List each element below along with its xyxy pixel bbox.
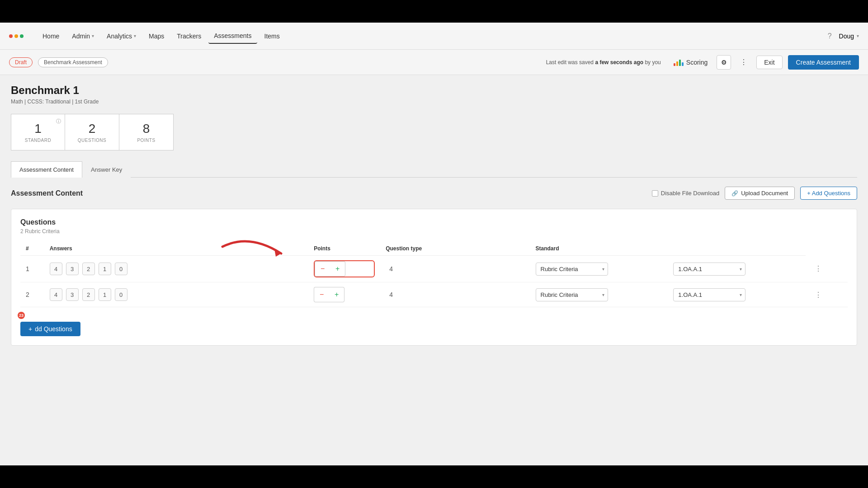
settings-button[interactable]: ⚙ — [717, 55, 731, 70]
assessment-meta: Math | CCSS: Traditional | 1st Grade — [11, 99, 857, 105]
row2-chip-0: 0 — [115, 288, 127, 301]
tab-answer-key[interactable]: Answer Key — [82, 161, 131, 178]
row1-chip-2: 2 — [82, 263, 95, 275]
th-spacer — [209, 242, 308, 256]
row2-num: 2 — [20, 282, 44, 307]
stat-points: 8 POINTS — [119, 114, 174, 150]
row2-answers: 4 3 2 1 0 — [44, 282, 209, 307]
create-assessment-button[interactable]: Create Assessment — [788, 55, 859, 70]
stat-points-value: 8 — [143, 122, 150, 136]
row1-chip-1: 1 — [99, 263, 111, 275]
tab-assessment-content[interactable]: Assessment Content — [11, 161, 82, 178]
row1-chip-4: 4 — [50, 263, 62, 275]
row1-type-dropdown-wrapper: Rubric Criteria ▾ — [536, 263, 608, 276]
add-questions-button-top[interactable]: + Add Questions — [800, 187, 857, 200]
row1-decrease-button[interactable]: − — [315, 261, 330, 277]
row2-chip-3: 3 — [66, 288, 79, 301]
user-chevron-icon: ▾ — [857, 33, 859, 38]
row1-num: 1 — [20, 256, 44, 282]
row2-standard-dropdown[interactable]: 1.OA.A.1 — [673, 288, 745, 301]
content-header: Assessment Content Disable File Download… — [11, 187, 857, 200]
scoring-button[interactable]: Scoring — [670, 56, 711, 69]
row2-more: ⋮ — [806, 282, 848, 307]
nav-home[interactable]: Home — [37, 29, 65, 43]
row2-chip-1: 1 — [99, 288, 111, 301]
row2-standard: 1.OA.A.1 ▾ — [668, 282, 806, 307]
row2-stepper-cell: − + — [308, 282, 380, 307]
help-icon[interactable]: ? — [828, 32, 832, 40]
toolbar-right: Last edit was saved a few seconds ago by… — [546, 55, 859, 70]
questions-table: # Answers Points Question type Standard … — [20, 242, 848, 307]
row2-type-dropdown-wrapper: Rubric Criteria ▾ — [536, 288, 608, 301]
questions-subtitle: 2 Rubric Criteria — [20, 228, 848, 235]
main-content: Benchmark 1 Math | CCSS: Traditional | 1… — [0, 75, 868, 465]
scoring-icon — [674, 59, 684, 66]
bottom-bar — [0, 465, 868, 488]
add-questions-button-bottom[interactable]: + dd Questions — [20, 322, 80, 336]
nav-maps[interactable]: Maps — [143, 29, 170, 43]
scoring-label: Scoring — [686, 59, 708, 66]
assessment-title: Benchmark 1 — [11, 84, 857, 97]
th-standard: Standard — [530, 242, 668, 256]
row1-more-button[interactable]: ⋮ — [811, 263, 826, 274]
nav-assessments[interactable]: Assessments — [208, 28, 257, 44]
row2-type-dropdown[interactable]: Rubric Criteria — [536, 288, 608, 301]
row2-spacer — [209, 282, 308, 307]
logo-dot-red — [9, 34, 13, 38]
th-points: Points — [308, 242, 380, 256]
row1-stepper: − + — [314, 260, 375, 277]
save-status: Last edit was saved a few seconds ago by… — [546, 59, 661, 66]
row2-increase-button[interactable]: + — [329, 287, 344, 302]
row1-question-type: Rubric Criteria ▾ — [530, 256, 668, 282]
logo-dot-yellow — [14, 34, 18, 38]
row1-arrow-cell — [209, 256, 308, 282]
benchmark-badge[interactable]: Benchmark Assessment — [38, 57, 108, 67]
table-row: 1 4 3 2 1 0 — [20, 256, 848, 282]
row1-standard-dropdown[interactable]: 1.OA.A.1 — [673, 263, 745, 276]
stat-points-label: POINTS — [137, 138, 155, 143]
more-options-button[interactable]: ⋮ — [736, 55, 751, 70]
scoring-bar-orange — [676, 61, 678, 66]
stat-standard-label: STANDARD — [25, 138, 51, 143]
row2-points: 4 — [380, 282, 530, 307]
table-header: # Answers Points Question type Standard — [20, 242, 848, 256]
stat-info-icon[interactable]: ⓘ — [56, 118, 61, 125]
row2-more-button[interactable]: ⋮ — [811, 289, 826, 300]
disable-download-checkbox[interactable] — [652, 190, 658, 197]
draft-badge[interactable]: Draft — [9, 57, 33, 67]
th-actions — [668, 242, 806, 256]
nav-items[interactable]: Items — [259, 29, 285, 43]
nav-trackers[interactable]: Trackers — [171, 29, 207, 43]
stat-questions-value: 2 — [89, 122, 96, 136]
admin-chevron-icon: ▾ — [92, 33, 94, 38]
logo[interactable] — [9, 34, 24, 38]
stats-row: ⓘ 1 STANDARD 2 QUESTIONS 8 POINTS — [11, 114, 857, 150]
tabs-row: Assessment Content Answer Key — [11, 161, 857, 178]
row2-standard-dropdown-wrapper: 1.OA.A.1 ▾ — [673, 288, 745, 301]
row1-answers-cell: 4 3 2 1 0 — [50, 263, 203, 275]
th-answers: Answers — [44, 242, 209, 256]
row1-increase-button[interactable]: + — [330, 261, 345, 277]
link-icon: 🔗 — [731, 190, 738, 197]
nav-analytics[interactable]: Analytics ▾ — [101, 29, 142, 43]
row2-chip-4: 4 — [50, 288, 62, 301]
row2-decrease-button[interactable]: − — [314, 287, 329, 302]
upload-document-button[interactable]: 🔗 Upload Document — [725, 187, 795, 200]
scoring-bar-green — [679, 60, 681, 66]
th-question-type: Question type — [380, 242, 530, 256]
row1-answers: 4 3 2 1 0 — [44, 256, 209, 282]
row1-chip-3: 3 — [66, 263, 79, 275]
row1-type-dropdown[interactable]: Rubric Criteria — [536, 263, 608, 276]
analytics-chevron-icon: ▾ — [134, 33, 136, 38]
user-menu[interactable]: Doug ▾ — [839, 33, 859, 40]
notification-badge: 23 — [18, 312, 25, 319]
navbar: Home Admin ▾ Analytics ▾ Maps Trackers A… — [0, 23, 868, 50]
row1-chip-0: 0 — [115, 263, 127, 275]
row1-more: ⋮ — [806, 256, 848, 282]
nav-admin[interactable]: Admin ▾ — [66, 29, 99, 43]
row1-standard: 1.OA.A.1 ▾ — [668, 256, 806, 282]
exit-button[interactable]: Exit — [756, 56, 782, 69]
content-actions: Disable File Download 🔗 Upload Document … — [652, 187, 857, 200]
scoring-bar-blue — [682, 62, 684, 66]
logo-dot-green — [20, 34, 24, 38]
